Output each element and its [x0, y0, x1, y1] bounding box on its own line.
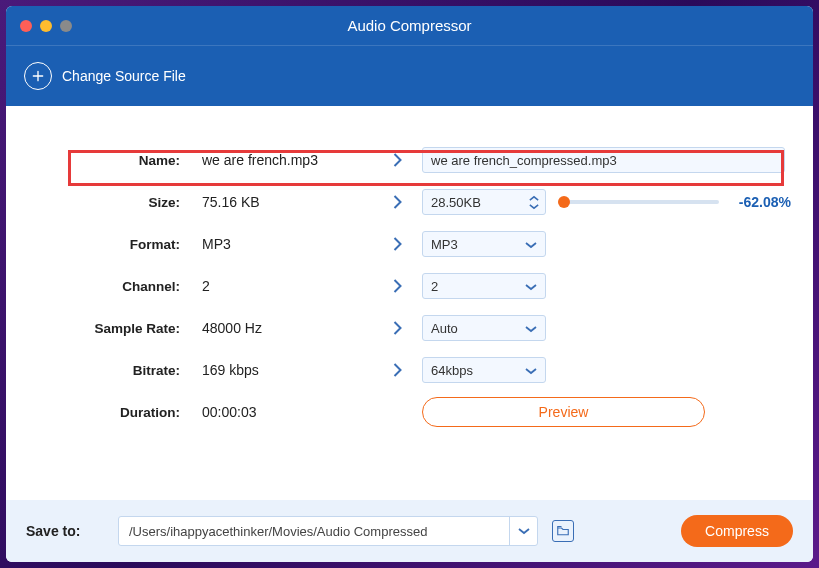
open-folder-button[interactable]: [552, 520, 574, 542]
footer: Save to: /Users/ihappyacethinker/Movies/…: [6, 500, 813, 562]
bitrate-value: 64kbps: [431, 363, 473, 378]
add-icon[interactable]: [24, 62, 52, 90]
app-window: Audio Compressor Change Source File Name…: [6, 6, 813, 562]
titlebar: Audio Compressor: [6, 6, 813, 46]
size-label: Size:: [28, 195, 196, 210]
row-channel: Channel: 2 2: [28, 266, 791, 306]
preview-button[interactable]: Preview: [422, 397, 705, 427]
bitrate-original: 169 kbps: [196, 362, 386, 378]
change-source-button[interactable]: Change Source File: [62, 68, 186, 84]
samplerate-original: 48000 Hz: [196, 320, 386, 336]
caret-down-icon[interactable]: [529, 203, 539, 210]
chevron-right-icon: [386, 236, 408, 252]
save-path-dropdown[interactable]: [509, 517, 537, 545]
name-label: Name:: [28, 153, 196, 168]
row-samplerate: Sample Rate: 48000 Hz Auto: [28, 308, 791, 348]
size-slider[interactable]: [558, 200, 719, 204]
name-original: we are french.mp3: [196, 152, 386, 168]
size-stepper[interactable]: 28.50KB: [422, 189, 546, 215]
duration-label: Duration:: [28, 405, 196, 420]
slider-thumb[interactable]: [558, 196, 570, 208]
row-bitrate: Bitrate: 169 kbps 64kbps: [28, 350, 791, 390]
toolbar: Change Source File: [6, 46, 813, 106]
chevron-right-icon: [386, 194, 408, 210]
caret-down-icon: [525, 363, 537, 378]
channel-value: 2: [431, 279, 438, 294]
channel-original: 2: [196, 278, 386, 294]
output-filename-input[interactable]: [422, 147, 785, 173]
format-label: Format:: [28, 237, 196, 252]
chevron-right-icon: [386, 278, 408, 294]
samplerate-select[interactable]: Auto: [422, 315, 546, 341]
size-original: 75.16 KB: [196, 194, 386, 210]
saveto-label: Save to:: [26, 523, 104, 539]
save-path-text: /Users/ihappyacethinker/Movies/Audio Com…: [119, 524, 509, 539]
samplerate-label: Sample Rate:: [28, 321, 196, 336]
row-format: Format: MP3 MP3: [28, 224, 791, 264]
bitrate-select[interactable]: 64kbps: [422, 357, 546, 383]
content-area: Name: we are french.mp3 Size: 75.16 KB 2…: [6, 106, 813, 500]
format-select[interactable]: MP3: [422, 231, 546, 257]
size-output: 28.50KB: [431, 195, 481, 210]
format-original: MP3: [196, 236, 386, 252]
chevron-right-icon: [386, 152, 408, 168]
compress-button[interactable]: Compress: [681, 515, 793, 547]
caret-down-icon: [525, 237, 537, 252]
channel-label: Channel:: [28, 279, 196, 294]
row-size: Size: 75.16 KB 28.50KB -62.: [28, 182, 791, 222]
chevron-right-icon: [386, 320, 408, 336]
samplerate-value: Auto: [431, 321, 458, 336]
bitrate-label: Bitrate:: [28, 363, 196, 378]
window-title: Audio Compressor: [6, 17, 813, 34]
caret-up-icon[interactable]: [529, 195, 539, 202]
channel-select[interactable]: 2: [422, 273, 546, 299]
caret-down-icon: [525, 321, 537, 336]
row-duration: Duration: 00:00:03 Preview: [28, 392, 791, 432]
duration-original: 00:00:03: [196, 404, 386, 420]
slider-track[interactable]: [558, 200, 719, 204]
chevron-right-icon: [386, 362, 408, 378]
save-path-box[interactable]: /Users/ihappyacethinker/Movies/Audio Com…: [118, 516, 538, 546]
caret-down-icon: [525, 279, 537, 294]
size-percent: -62.08%: [731, 194, 791, 210]
row-name: Name: we are french.mp3: [28, 140, 791, 180]
format-value: MP3: [431, 237, 458, 252]
